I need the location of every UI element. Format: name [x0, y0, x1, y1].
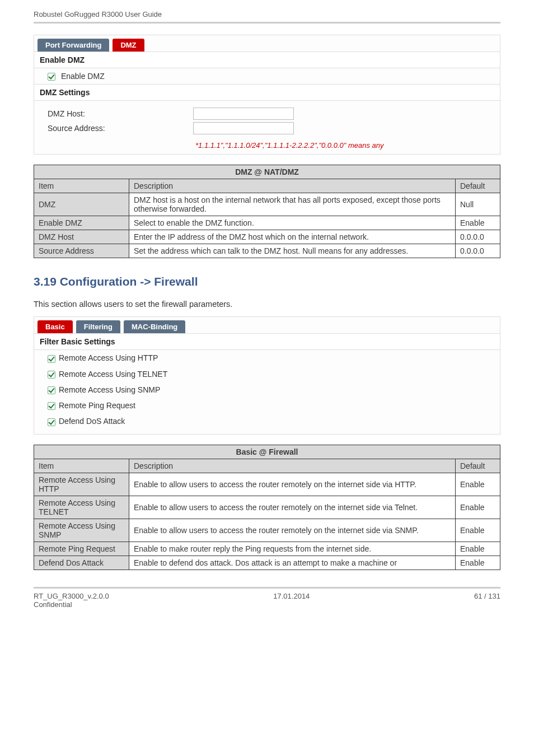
table-row: Source AddressSet the address which can … [34, 244, 500, 258]
source-address-input[interactable] [193, 122, 294, 134]
dmz-tab-row: Port Forwarding DMZ [34, 35, 500, 52]
row-default: Enable [456, 216, 500, 230]
col-default: Default [456, 459, 500, 473]
table-row: Remote Ping RequestEnable to make router… [34, 542, 500, 556]
tab-filtering[interactable]: Filtering [76, 320, 120, 333]
section-intro: This section allows users to set the fir… [34, 300, 500, 309]
tab-basic[interactable]: Basic [38, 320, 73, 333]
table-row: Remote Access Using TELNETEnable to allo… [34, 496, 500, 519]
checkbox-icon[interactable] [48, 386, 55, 394]
row-item: DMZ Host [34, 230, 129, 244]
col-desc: Description [129, 179, 456, 193]
footer-left: RT_UG_R3000_v.2.0.0 Confidential [34, 592, 109, 609]
col-item: Item [34, 459, 129, 473]
checkbox-icon[interactable] [48, 371, 55, 379]
row-default: Enable [456, 519, 500, 542]
enable-dmz-header: Enable DMZ [34, 52, 500, 68]
checkbox-row: Defend DoS Attack [34, 413, 500, 429]
dmz-settings-header: DMZ Settings [34, 84, 500, 101]
table-row: Remote Access Using HTTPEnable to allow … [34, 473, 500, 496]
checkbox-label: Defend DoS Attack [59, 417, 125, 426]
page-footer: RT_UG_R3000_v.2.0.0 Confidential 17.01.2… [34, 587, 500, 609]
checkbox-label: Remote Ping Request [59, 401, 135, 410]
row-desc: DMZ host is a host on the internal netwo… [129, 193, 456, 216]
footer-date: 17.01.2014 [273, 592, 310, 609]
dmz-settings-body: DMZ Host: Source Address: [34, 101, 500, 141]
table-row: Enable DMZSelect to enable the DMZ funct… [34, 216, 500, 230]
row-default: 0.0.0.0 [456, 230, 500, 244]
row-desc: Enable to allow users to access the rout… [129, 496, 456, 519]
filter-basic-header: Filter Basic Settings [34, 333, 500, 350]
row-default: Enable [456, 556, 500, 570]
checkbox-row: Remote Access Using TELNET [34, 366, 500, 382]
enable-dmz-label: Enable DMZ [61, 72, 105, 81]
checkbox-row: Remote Access Using HTTP [34, 350, 500, 366]
tab-mac-binding[interactable]: MAC-Binding [124, 320, 185, 333]
row-desc: Enter the IP address of the DMZ host whi… [129, 230, 456, 244]
row-item: Remote Access Using HTTP [34, 473, 129, 496]
dmz-host-label: DMZ Host: [48, 109, 193, 118]
row-item: Enable DMZ [34, 216, 129, 230]
row-item: Source Address [34, 244, 129, 258]
checkbox-icon[interactable] [48, 402, 55, 410]
table-title: Basic @ Firewall [34, 445, 500, 459]
checkbox-label: Remote Access Using SNMP [59, 385, 160, 394]
row-desc: Select to enable the DMZ function. [129, 216, 456, 230]
col-default: Default [456, 179, 500, 193]
row-desc: Enable to allow users to access the rout… [129, 473, 456, 496]
row-desc: Enable to make router reply the Ping req… [129, 542, 456, 556]
footer-confidential: Confidential [34, 600, 109, 609]
checkbox-icon[interactable] [48, 418, 55, 426]
firewall-info-table: Basic @ Firewall Item Description Defaul… [34, 445, 500, 570]
checkbox-label: Remote Access Using HTTP [59, 353, 158, 362]
col-desc: Description [129, 459, 456, 473]
col-item: Item [34, 179, 129, 193]
table-row: Defend Dos AttackEnable to defend dos at… [34, 556, 500, 570]
row-default: Enable [456, 496, 500, 519]
dmz-panel: Port Forwarding DMZ Enable DMZ Enable DM… [34, 35, 500, 155]
row-item: Remote Access Using SNMP [34, 519, 129, 542]
dmz-host-input[interactable] [193, 108, 294, 120]
checkbox-icon[interactable] [48, 73, 55, 81]
source-address-hint: *1.1.1.1","1.1.1.0/24","1.1.1.1-2.2.2.2"… [195, 141, 500, 154]
row-item: Defend Dos Attack [34, 556, 129, 570]
filter-basic-body: Remote Access Using HTTPRemote Access Us… [34, 350, 500, 433]
row-default: 0.0.0.0 [456, 244, 500, 258]
tab-port-forwarding[interactable]: Port Forwarding [38, 39, 109, 52]
source-address-label: Source Address: [48, 124, 193, 133]
row-item: Remote Access Using TELNET [34, 496, 129, 519]
dmz-info-table: DMZ @ NAT/DMZ Item Description Default D… [34, 165, 500, 258]
footer-version: RT_UG_R3000_v.2.0.0 [34, 592, 109, 600]
row-default: Null [456, 193, 500, 216]
table-row: DMZDMZ host is a host on the internal ne… [34, 193, 500, 216]
footer-page: 61 / 131 [474, 592, 500, 609]
table-row: Remote Access Using SNMPEnable to allow … [34, 519, 500, 542]
table-title: DMZ @ NAT/DMZ [34, 165, 500, 179]
table-row: DMZ HostEnter the IP address of the DMZ … [34, 230, 500, 244]
checkbox-row: Remote Ping Request [34, 398, 500, 413]
row-item: DMZ [34, 193, 129, 216]
checkbox-label: Remote Access Using TELNET [59, 370, 167, 379]
enable-dmz-row: Enable DMZ [34, 68, 500, 84]
row-desc: Enable to defend dos attack. Dos attack … [129, 556, 456, 570]
row-default: Enable [456, 542, 500, 556]
checkbox-row: Remote Access Using SNMP [34, 382, 500, 398]
checkbox-icon[interactable] [48, 355, 55, 363]
row-desc: Set the address which can talk to the DM… [129, 244, 456, 258]
row-default: Enable [456, 473, 500, 496]
tab-dmz[interactable]: DMZ [113, 39, 144, 52]
page-header: Robustel GoRugged R3000 User Guide [34, 0, 500, 24]
row-item: Remote Ping Request [34, 542, 129, 556]
firewall-panel: Basic Filtering MAC-Binding Filter Basic… [34, 316, 500, 434]
row-desc: Enable to allow users to access the rout… [129, 519, 456, 542]
firewall-tab-row: Basic Filtering MAC-Binding [34, 317, 500, 333]
section-heading: 3.19 Configuration -> Firewall [34, 275, 500, 288]
